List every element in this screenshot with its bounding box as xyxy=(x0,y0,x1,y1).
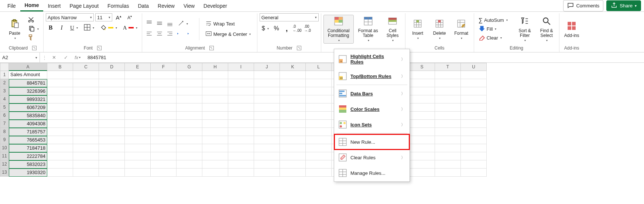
cell[interactable] xyxy=(125,160,151,169)
cell[interactable] xyxy=(280,169,306,177)
cell[interactable] xyxy=(409,79,435,87)
cell[interactable] xyxy=(306,87,332,95)
conditional-formatting-button[interactable]: Conditional Formatting ▾ xyxy=(323,15,354,44)
cell[interactable] xyxy=(254,128,280,136)
cell[interactable] xyxy=(306,95,332,103)
cell[interactable] xyxy=(435,112,461,120)
cell[interactable] xyxy=(409,71,435,79)
cell[interactable] xyxy=(306,79,332,87)
cell[interactable] xyxy=(461,112,487,120)
cell[interactable] xyxy=(228,128,254,136)
cell[interactable] xyxy=(280,71,306,79)
percent-format-button[interactable]: % xyxy=(272,24,281,33)
cell[interactable] xyxy=(435,128,461,136)
cell[interactable] xyxy=(99,71,125,79)
cancel-formula-button[interactable]: ✕ xyxy=(49,54,59,62)
row-header[interactable]: 7 xyxy=(0,120,9,128)
cell[interactable] xyxy=(435,152,461,160)
cell[interactable] xyxy=(47,144,73,152)
cell-styles-button[interactable]: Cell Styles ▾ xyxy=(383,15,403,44)
cell[interactable] xyxy=(47,71,73,79)
cell[interactable] xyxy=(47,103,73,112)
cell[interactable] xyxy=(228,136,254,144)
cell[interactable] xyxy=(435,144,461,152)
cell[interactable] xyxy=(125,120,151,128)
cell[interactable] xyxy=(99,152,125,160)
cell[interactable]: 6067209 xyxy=(9,103,47,112)
cell[interactable] xyxy=(151,95,177,103)
cell[interactable] xyxy=(151,87,177,95)
column-header[interactable]: A xyxy=(9,63,47,71)
cell[interactable] xyxy=(461,87,487,95)
cell[interactable] xyxy=(306,71,332,79)
tab-data[interactable]: Data xyxy=(133,1,153,11)
cell[interactable] xyxy=(99,136,125,144)
cell[interactable] xyxy=(151,112,177,120)
cell[interactable] xyxy=(99,160,125,169)
cell[interactable] xyxy=(435,103,461,112)
cell[interactable] xyxy=(125,144,151,152)
column-header[interactable]: L xyxy=(306,63,332,71)
cell[interactable] xyxy=(228,120,254,128)
row-header[interactable]: 4 xyxy=(0,95,9,103)
cell[interactable] xyxy=(202,71,228,79)
cell[interactable] xyxy=(177,120,202,128)
row-header[interactable]: 1 xyxy=(0,71,9,79)
cell[interactable] xyxy=(435,87,461,95)
fill-button[interactable]: Fill▾ xyxy=(476,25,513,33)
dialog-launcher-clipboard[interactable]: ⤡ xyxy=(32,46,37,50)
cell[interactable] xyxy=(228,152,254,160)
increase-decimal-button[interactable]: .0←.00 xyxy=(292,24,302,33)
cell[interactable] xyxy=(73,95,99,103)
cell[interactable] xyxy=(280,79,306,87)
cell[interactable] xyxy=(151,152,177,160)
cell[interactable] xyxy=(435,71,461,79)
cell[interactable] xyxy=(461,144,487,152)
cell[interactable] xyxy=(47,152,73,160)
cell[interactable] xyxy=(202,169,228,177)
cell[interactable] xyxy=(151,160,177,169)
cell[interactable] xyxy=(461,103,487,112)
cell[interactable] xyxy=(47,169,73,177)
dialog-launcher-font[interactable]: ⤡ xyxy=(97,46,102,50)
row-header[interactable]: 10 xyxy=(0,144,9,152)
autosum-button[interactable]: ∑AutoSum▾ xyxy=(476,16,513,24)
cell[interactable] xyxy=(73,87,99,95)
cell[interactable]: Sales Amount xyxy=(9,71,47,79)
cell[interactable] xyxy=(151,103,177,112)
cell[interactable] xyxy=(177,79,202,87)
cell[interactable] xyxy=(280,112,306,120)
comments-button[interactable]: Comments xyxy=(563,0,603,11)
cell[interactable] xyxy=(125,152,151,160)
cell[interactable] xyxy=(254,152,280,160)
cell[interactable] xyxy=(99,120,125,128)
cell[interactable] xyxy=(73,160,99,169)
increase-indent-button[interactable] xyxy=(186,30,195,38)
cell[interactable] xyxy=(409,103,435,112)
cell[interactable] xyxy=(125,136,151,144)
format-as-table-button[interactable]: Format as Table ▾ xyxy=(355,15,381,44)
cell[interactable] xyxy=(99,128,125,136)
cell[interactable] xyxy=(73,128,99,136)
cell[interactable] xyxy=(228,169,254,177)
cell[interactable] xyxy=(228,103,254,112)
cell[interactable] xyxy=(228,144,254,152)
column-header[interactable]: F xyxy=(151,63,177,71)
share-button[interactable]: Share ▾ xyxy=(606,0,641,11)
decrease-indent-button[interactable] xyxy=(175,30,185,38)
cell[interactable] xyxy=(99,87,125,95)
cell[interactable] xyxy=(228,79,254,87)
cell[interactable] xyxy=(125,87,151,95)
cell[interactable] xyxy=(73,79,99,87)
format-painter-button[interactable] xyxy=(26,34,36,42)
orientation-button[interactable]: ▾ xyxy=(175,20,190,28)
cell[interactable] xyxy=(73,136,99,144)
cell[interactable] xyxy=(306,128,332,136)
cell[interactable] xyxy=(202,103,228,112)
cell[interactable] xyxy=(254,169,280,177)
row-header[interactable]: 5 xyxy=(0,103,9,112)
cell[interactable] xyxy=(177,160,202,169)
cell[interactable] xyxy=(99,169,125,177)
cell[interactable] xyxy=(254,87,280,95)
cell[interactable] xyxy=(228,160,254,169)
